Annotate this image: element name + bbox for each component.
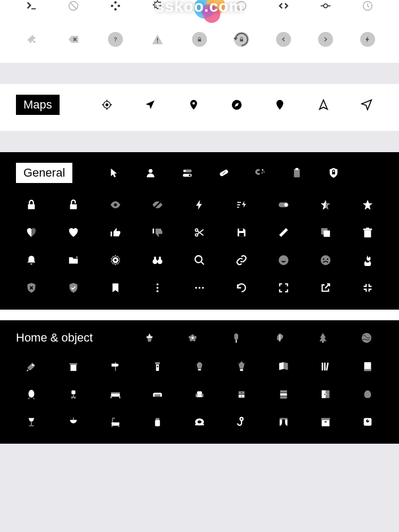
extension-icon — [26, 34, 37, 45]
svg-text:?: ? — [114, 36, 117, 43]
svg-point-76 — [323, 259, 325, 260]
bell-icon — [26, 254, 37, 266]
dresser-icon — [278, 388, 289, 400]
svg-rect-45 — [28, 204, 35, 209]
svg-rect-151 — [325, 421, 327, 422]
svg-line-73 — [202, 262, 204, 265]
svg-rect-107 — [324, 363, 326, 371]
library-icon — [320, 361, 331, 372]
svg-rect-96 — [71, 364, 77, 371]
svg-rect-97 — [70, 363, 78, 365]
svg-rect-114 — [111, 394, 120, 397]
thumbs-up-icon — [110, 227, 121, 238]
curtain-icon — [278, 416, 289, 428]
svg-rect-22 — [198, 39, 201, 42]
send-icon — [361, 99, 372, 111]
user-icon — [145, 167, 156, 179]
shield-check-icon — [68, 282, 79, 294]
link-icon — [236, 254, 247, 266]
trash-bin-icon — [68, 361, 79, 372]
code-icon — [278, 0, 289, 12]
chevron-right-icon — [318, 32, 333, 47]
svg-point-34 — [184, 170, 186, 172]
svg-point-55 — [195, 234, 198, 236]
toggle-on-icon — [278, 199, 289, 211]
pin-icon — [188, 99, 200, 111]
warning-icon — [152, 34, 163, 45]
svg-rect-132 — [280, 396, 287, 399]
refresh-icon — [236, 282, 247, 294]
open-book-icon — [278, 361, 289, 372]
near-me-icon — [144, 99, 156, 111]
thumbs-down-icon — [152, 227, 163, 238]
magnet-sparkle-icon — [254, 167, 266, 179]
tape-icon — [194, 416, 205, 428]
svg-rect-130 — [280, 390, 287, 393]
svg-point-136 — [326, 394, 327, 395]
svg-point-77 — [327, 259, 328, 260]
svg-point-75 — [320, 255, 330, 265]
svg-point-67 — [114, 259, 117, 262]
svg-rect-121 — [161, 393, 162, 396]
svg-rect-46 — [70, 204, 77, 209]
svg-point-81 — [195, 287, 197, 289]
svg-rect-59 — [239, 233, 244, 236]
svg-rect-110 — [364, 369, 371, 371]
svg-point-153 — [366, 419, 369, 422]
book-icon — [362, 361, 373, 372]
minimize-icon — [362, 282, 373, 294]
clipboard-icon — [291, 167, 303, 179]
navigation-outline-icon — [318, 99, 329, 111]
svg-point-100 — [157, 366, 159, 368]
cabinet-small-icon — [236, 388, 247, 400]
smile-icon — [278, 254, 289, 266]
svg-point-41 — [262, 172, 263, 173]
pill-icon — [218, 167, 230, 179]
binoculars-icon — [152, 254, 163, 266]
svg-rect-148 — [279, 418, 287, 420]
svg-rect-142 — [155, 420, 160, 426]
svg-rect-112 — [72, 390, 76, 394]
svg-point-145 — [197, 420, 201, 423]
svg-point-111 — [29, 390, 35, 398]
svg-rect-138 — [29, 425, 34, 426]
tree-icon — [317, 332, 329, 344]
home-label: Home & object — [16, 331, 93, 345]
bookmark-icon — [110, 282, 121, 294]
pin-solid-icon — [274, 99, 286, 111]
svg-point-8 — [118, 5, 120, 7]
svg-point-69 — [157, 259, 162, 264]
bathtub-icon — [110, 416, 121, 428]
lock-icon — [26, 199, 37, 211]
leaf-icon — [274, 332, 286, 344]
svg-point-79 — [156, 287, 159, 289]
rotate-lock-icon — [234, 32, 249, 47]
flash-circle-icon — [360, 32, 375, 47]
heart-half-icon — [26, 227, 37, 238]
svg-rect-143 — [155, 418, 159, 420]
lightbulb-icon — [194, 361, 205, 372]
frown-icon — [320, 254, 331, 266]
star-icon — [362, 199, 373, 211]
svg-point-54 — [195, 229, 198, 231]
lightbulb-on-icon — [236, 361, 247, 372]
svg-point-32 — [148, 169, 152, 173]
more-horizontal-icon — [194, 282, 205, 294]
door-icon — [320, 388, 331, 400]
backspace-icon — [68, 34, 79, 45]
lock-circle-icon — [192, 32, 207, 47]
jar-icon — [152, 416, 163, 428]
copy-icon — [320, 227, 331, 238]
trash-icon — [362, 227, 373, 238]
search-icon — [194, 254, 205, 266]
svg-point-17 — [323, 4, 327, 7]
svg-point-95 — [32, 364, 34, 366]
more-vertical-icon — [152, 282, 163, 294]
scissors-icon — [194, 227, 205, 238]
flashlight-icon — [152, 361, 163, 372]
plant-pot-icon — [144, 332, 155, 344]
terminal-icon — [26, 0, 37, 12]
egg-chair-icon — [26, 388, 37, 400]
svg-line-104 — [238, 363, 238, 364]
hook-icon — [236, 416, 247, 428]
